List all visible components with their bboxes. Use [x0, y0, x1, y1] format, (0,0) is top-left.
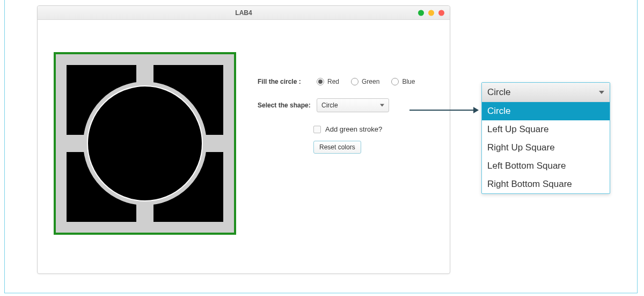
- stroke-checkbox-row[interactable]: Add green stroke?: [313, 125, 440, 133]
- button-label: Reset colors: [319, 143, 355, 151]
- shape-select-value: Circle: [321, 102, 338, 109]
- dropdown-option-left-up-square[interactable]: Left Up Square: [482, 120, 610, 139]
- stroke-checkbox-label: Add green stroke?: [325, 125, 382, 133]
- window-close-button[interactable]: [438, 10, 444, 16]
- radio-label: Green: [362, 78, 379, 85]
- fill-color-row: Fill the circle : Red Green Blue: [258, 78, 440, 85]
- dropdown-option-circle[interactable]: Circle: [482, 102, 610, 120]
- radio-icon: [351, 78, 358, 85]
- window-title: LAB4: [235, 9, 252, 17]
- option-label: Right Bottom Square: [487, 179, 572, 190]
- shape-canvas: [54, 52, 236, 235]
- annotation-arrow: [409, 110, 478, 111]
- dropdown-option-right-bottom-square[interactable]: Right Bottom Square: [482, 175, 610, 193]
- chevron-down-icon: [599, 91, 604, 94]
- app-window: LAB4 Fill the circle :: [37, 5, 450, 274]
- radio-icon: [391, 78, 399, 85]
- dropdown-option-right-up-square[interactable]: Right Up Square: [482, 139, 610, 157]
- option-label: Left Up Square: [487, 124, 548, 135]
- option-label: Left Bottom Square: [487, 161, 566, 171]
- radio-label: Red: [327, 78, 339, 85]
- window-controls: [418, 10, 444, 16]
- dropdown-header-label: Circle: [487, 87, 510, 98]
- shape-inner: [67, 65, 223, 222]
- radio-green[interactable]: Green: [351, 78, 379, 85]
- window-titlebar: LAB4: [38, 6, 450, 20]
- option-label: Circle: [487, 106, 510, 117]
- radio-red[interactable]: Red: [317, 78, 339, 85]
- window-maximize-button[interactable]: [418, 10, 424, 16]
- dropdown-header[interactable]: Circle: [482, 83, 610, 102]
- window-minimize-button[interactable]: [428, 10, 434, 16]
- select-shape-label: Select the shape:: [258, 102, 317, 109]
- chevron-down-icon: [380, 104, 384, 107]
- fill-color-group: Red Green Blue: [317, 78, 415, 85]
- shape-select-expanded: Circle Circle Left Up Square Right Up Sq…: [481, 82, 610, 194]
- radio-label: Blue: [402, 78, 415, 85]
- stroke-checkbox[interactable]: [313, 126, 321, 133]
- circle-shape: [87, 85, 203, 201]
- radio-blue[interactable]: Blue: [391, 78, 415, 85]
- option-label: Right Up Square: [487, 142, 555, 153]
- radio-icon: [317, 78, 324, 85]
- shape-select[interactable]: Circle: [317, 98, 389, 112]
- reset-colors-button[interactable]: Reset colors: [313, 141, 361, 154]
- controls-panel: Fill the circle : Red Green Blue: [258, 78, 440, 154]
- fill-color-label: Fill the circle :: [258, 78, 317, 85]
- page-frame: LAB4 Fill the circle :: [4, 0, 638, 293]
- dropdown-option-left-bottom-square[interactable]: Left Bottom Square: [482, 157, 610, 175]
